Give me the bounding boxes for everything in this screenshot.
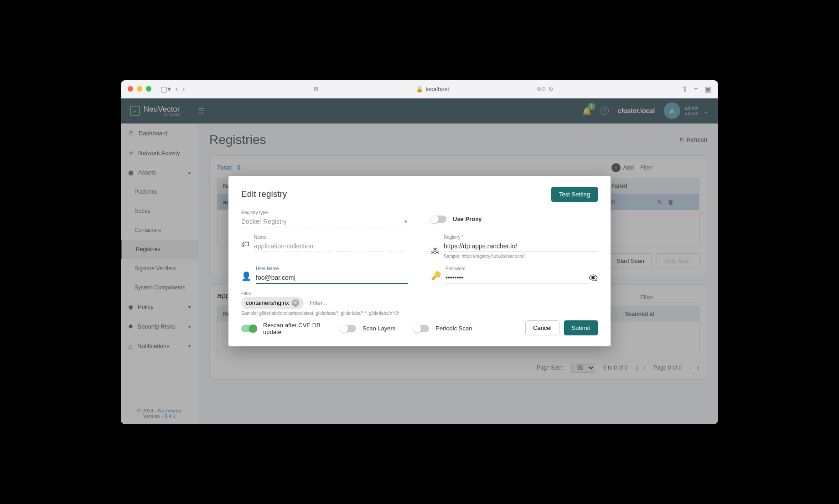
username-input[interactable]: [256, 272, 408, 284]
filter-label: Filter: [241, 291, 598, 296]
use-proxy-label: Use Proxy: [453, 216, 482, 222]
registry-type-select[interactable]: [241, 216, 404, 227]
test-setting-button[interactable]: Test Setting: [551, 187, 598, 202]
name-label: Name: [254, 235, 408, 240]
filter-chip: containers/nginx ✕: [241, 297, 304, 309]
filter-chip-input[interactable]: [307, 297, 598, 309]
close-window-button[interactable]: [128, 86, 133, 92]
key-icon: 🔑: [431, 271, 441, 283]
scan-layers-toggle[interactable]: [341, 325, 356, 332]
password-label: Password: [445, 266, 598, 271]
back-button[interactable]: ‹: [176, 85, 178, 93]
lock-icon: 🔒: [416, 86, 423, 93]
periodic-scan-label: Periodic Scan: [435, 325, 472, 332]
new-tab-icon[interactable]: +: [694, 85, 698, 93]
remove-chip-icon[interactable]: ✕: [292, 299, 299, 307]
use-proxy-toggle[interactable]: [431, 216, 446, 223]
sidebar-toggle-icon[interactable]: ▢▾: [161, 85, 171, 93]
name-input[interactable]: [254, 241, 408, 252]
dropdown-caret-icon: ▼: [404, 219, 408, 224]
nodes-icon: ⁂: [431, 246, 439, 259]
url-text[interactable]: localhost: [426, 86, 449, 93]
translate-icon[interactable]: ⊕⊖: [537, 86, 546, 92]
password-input[interactable]: [445, 272, 589, 283]
registry-type-label: Registry type: [241, 210, 408, 215]
submit-button[interactable]: Submit: [564, 320, 598, 335]
registry-url-input[interactable]: [444, 241, 598, 252]
tabs-icon[interactable]: ▣: [704, 85, 711, 93]
tag-icon: 🏷: [241, 240, 249, 252]
share-icon[interactable]: ⇪: [682, 85, 688, 93]
modal-overlay[interactable]: Edit registry Test Setting Registry type…: [121, 98, 718, 424]
person-icon: 👤: [241, 271, 251, 284]
rescan-toggle[interactable]: [241, 325, 257, 332]
periodic-scan-toggle[interactable]: [414, 325, 429, 332]
registry-url-label: Registry *: [444, 235, 598, 240]
browser-titlebar: ▢▾ ‹ › ⛨ 🔒 localhost ⊕⊖ ↻ ⇪ + ▣: [121, 80, 718, 98]
rescan-label: Rescan after CVE DB update: [263, 322, 322, 335]
shield-icon[interactable]: ⛨: [313, 86, 319, 93]
visibility-off-icon[interactable]: 👁‍🗨: [589, 273, 598, 282]
registry-url-hint: Sample: https://registry.hub.docker.com/: [444, 254, 598, 259]
maximize-window-button[interactable]: [146, 86, 151, 92]
scan-layers-label: Scan Layers: [363, 325, 395, 332]
cancel-button[interactable]: Cancel: [525, 320, 559, 335]
modal-title: Edit registry: [241, 189, 287, 199]
edit-registry-modal: Edit registry Test Setting Registry type…: [228, 176, 611, 346]
username-label: User Name: [256, 266, 408, 271]
filter-hint: Sample: gliderlabs/dockerbox:latest, gli…: [241, 311, 598, 316]
reload-icon[interactable]: ↻: [549, 86, 554, 93]
minimize-window-button[interactable]: [137, 86, 142, 92]
